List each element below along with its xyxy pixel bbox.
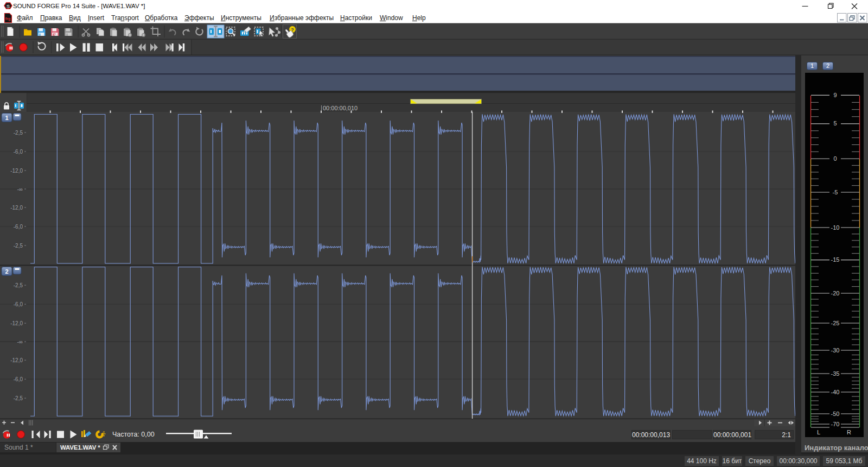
svg-text:5: 5 bbox=[833, 120, 837, 127]
svg-text:-2,5: -2,5 bbox=[14, 243, 23, 249]
svg-text:-6,0: -6,0 bbox=[14, 376, 23, 382]
svg-text:S: S bbox=[7, 3, 10, 9]
svg-text:-35: -35 bbox=[831, 370, 840, 377]
svg-text:R: R bbox=[847, 429, 851, 436]
svg-text:0: 0 bbox=[833, 155, 837, 162]
svg-text:00:00:00,010: 00:00:00,010 bbox=[323, 105, 358, 111]
svg-text:-6,0: -6,0 bbox=[14, 301, 23, 307]
svg-text:-6,0: -6,0 bbox=[14, 224, 23, 230]
svg-text:-25: -25 bbox=[831, 320, 840, 326]
svg-text:-2,5: -2,5 bbox=[14, 395, 23, 401]
svg-text:-2,5: -2,5 bbox=[14, 130, 23, 136]
svg-text:-20: -20 bbox=[831, 290, 840, 296]
svg-text:9: 9 bbox=[833, 92, 837, 98]
svg-text:-12,0: -12,0 bbox=[10, 320, 23, 326]
svg-text:-12,0: -12,0 bbox=[10, 357, 23, 363]
svg-text:-12,0: -12,0 bbox=[10, 168, 23, 174]
svg-text:?: ? bbox=[54, 33, 56, 36]
svg-text:-70: -70 bbox=[831, 421, 840, 427]
svg-text:-10: -10 bbox=[831, 224, 840, 231]
svg-text:-50: -50 bbox=[831, 411, 840, 417]
svg-text:-12,0: -12,0 bbox=[10, 205, 23, 211]
svg-text:1: 1 bbox=[5, 115, 8, 121]
svg-text:-40: -40 bbox=[831, 389, 840, 395]
svg-text:-2,5: -2,5 bbox=[14, 282, 23, 288]
svg-text:-15: -15 bbox=[831, 256, 840, 263]
svg-text:-6,0: -6,0 bbox=[14, 149, 23, 155]
svg-text:-30: -30 bbox=[831, 347, 840, 354]
svg-text:-∞: -∞ bbox=[17, 339, 23, 345]
svg-text:-∞: -∞ bbox=[17, 186, 23, 192]
svg-text:2: 2 bbox=[5, 268, 8, 275]
svg-text:L: L bbox=[817, 429, 820, 436]
svg-text:-5: -5 bbox=[833, 189, 838, 195]
